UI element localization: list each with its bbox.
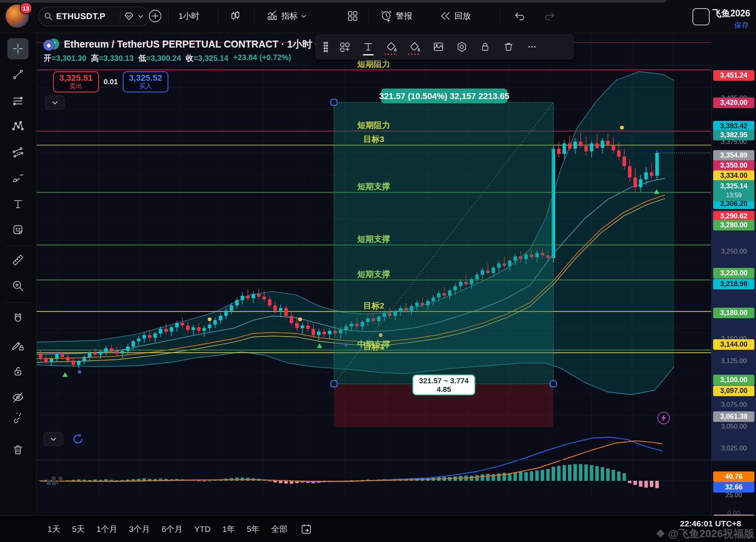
candle-body	[99, 352, 102, 354]
tool-lock-all-drawings[interactable]	[7, 360, 28, 381]
ellipsis-icon	[526, 41, 537, 52]
pane-divider[interactable]	[36, 460, 756, 461]
collapse-trade-panel-button[interactable]	[45, 96, 65, 110]
signal-dot-blue	[78, 370, 81, 374]
candle-body	[317, 331, 321, 335]
template-button[interactable]	[333, 36, 357, 57]
sell-button[interactable]: 3,325.51卖出	[53, 71, 99, 92]
background-color-button[interactable]	[403, 36, 427, 57]
tool-magnet[interactable]	[7, 308, 28, 329]
histogram-bar	[617, 471, 621, 481]
price-tick-label: 3,050.00	[712, 423, 756, 430]
range-button[interactable]: 3个月	[124, 521, 155, 538]
price-axis-badge: 3,334.00	[713, 170, 754, 181]
buy-button[interactable]: 3,325.52买入	[123, 71, 169, 92]
symbol-search[interactable]: ETHUSDT.P	[38, 7, 150, 26]
layout-grid-button[interactable]	[344, 6, 362, 26]
avatar[interactable]: 13	[5, 4, 29, 28]
range-button[interactable]: 5年	[242, 521, 264, 538]
image-button[interactable]	[427, 36, 450, 57]
price-tick-label: 3,075.00	[712, 401, 756, 409]
lock-drawing-button[interactable]	[473, 36, 497, 57]
selection-handle[interactable]	[331, 381, 337, 387]
save-layout-button[interactable]: 保存	[734, 20, 749, 30]
price-axis-badge: 3,382.95	[713, 130, 754, 140]
undo-button[interactable]	[510, 6, 528, 26]
tool-hide-all-drawings[interactable]	[7, 387, 28, 408]
candle-body	[121, 351, 124, 354]
tool-brush[interactable]	[7, 168, 28, 189]
tool-crosshair[interactable]	[7, 38, 28, 59]
tool-drawing-sync-lock[interactable]	[7, 335, 28, 356]
selection-handle[interactable]	[550, 381, 556, 387]
chevron-down-icon	[50, 436, 57, 443]
range-button[interactable]: 5天	[67, 521, 90, 538]
clock[interactable]: 22:46:01 UTC+8	[680, 519, 741, 528]
histogram-bar	[655, 481, 659, 488]
range-button[interactable]: 全部	[267, 521, 292, 538]
chevron-down-icon[interactable]	[138, 13, 144, 19]
diamond-badge-icon[interactable]	[124, 11, 134, 21]
level-label: 短期阻力	[357, 120, 390, 129]
tool-trend-line[interactable]	[7, 64, 28, 85]
range-button[interactable]: 1年	[217, 521, 240, 538]
tool-text[interactable]	[7, 193, 28, 214]
indicator-axis-badge: 40.76	[713, 471, 754, 482]
candle-body	[61, 354, 64, 357]
hide-eye-icon	[12, 391, 24, 404]
tool-remove-drawings[interactable]	[7, 439, 28, 460]
tool-ruler[interactable]	[7, 250, 28, 271]
range-button[interactable]: 1个月	[92, 521, 122, 538]
alert-button[interactable]: 警报	[377, 6, 415, 26]
range-button[interactable]: 6个月	[157, 521, 187, 538]
indicators-button[interactable]: 指标	[263, 6, 310, 26]
rewind-icon	[440, 10, 451, 22]
more-options-button[interactable]	[520, 36, 544, 57]
candle-body	[159, 329, 163, 333]
price-axis[interactable]: 3,425.003,375.003,250.003,225.003,150.00…	[712, 66, 756, 542]
chart-stage: 短期阻力短期阻力目标3短期支撑短期支撑短期支撑目标2中期支撑目标1321.57 …	[0, 33, 756, 542]
tool-xabcd-pattern[interactable]	[7, 115, 28, 136]
candle-body	[104, 348, 108, 352]
symbol-title[interactable]: ₮ ◆ Ethereum / TetherUS PERPETUAL CONTRA…	[43, 38, 318, 51]
histogram-bar	[475, 475, 479, 481]
tool-parallel-channel[interactable]	[7, 142, 28, 163]
selection-handle[interactable]	[331, 99, 337, 105]
histogram-bar	[77, 480, 81, 481]
chart-style-button[interactable]	[227, 6, 244, 26]
range-button[interactable]: YTD	[189, 521, 215, 537]
text-color-button[interactable]	[380, 36, 403, 57]
tool-fib-retracement[interactable]	[7, 90, 28, 112]
layout-name[interactable]: 飞鱼2026	[712, 7, 756, 19]
redo-button[interactable]	[541, 6, 559, 26]
histogram-bar	[574, 464, 577, 481]
settings-button[interactable]	[450, 36, 473, 57]
go-to-date-icon[interactable]	[300, 523, 312, 535]
symbol-logo: ₮ ◆	[43, 39, 60, 50]
fullscreen-toggle[interactable]	[692, 8, 710, 25]
candle-body	[197, 327, 201, 331]
candle-body	[290, 316, 293, 323]
candle-body	[563, 143, 566, 154]
trend-line-icon	[12, 69, 24, 80]
indicator-pane[interactable]	[36, 427, 711, 496]
toolbar-drag-handle[interactable]	[318, 36, 333, 57]
candle-body	[306, 326, 310, 329]
tool-sticker[interactable]	[7, 219, 28, 240]
tool-link-drawings[interactable]	[7, 409, 28, 430]
candle-body	[126, 347, 130, 351]
candle-body	[323, 331, 326, 334]
refresh-indicator-icon[interactable]	[72, 433, 84, 445]
interval-button[interactable]: 1小时	[175, 6, 203, 26]
replay-button[interactable]: 回放	[436, 6, 474, 26]
add-symbol-button[interactable]	[145, 6, 165, 26]
paint-bucket-icon	[409, 41, 421, 53]
collapse-indicator-button[interactable]	[44, 432, 63, 446]
symbol-input[interactable]: ETHUSDT.P	[56, 11, 106, 21]
candle-body	[585, 146, 588, 151]
delete-drawing-button[interactable]	[497, 36, 520, 57]
text-style-button[interactable]	[357, 36, 380, 57]
tool-zoom-in[interactable]	[7, 275, 28, 296]
ohlc-row: 开=3,301.30 高=3,330.13 低=3,300.24 收=3,325…	[44, 53, 291, 64]
range-button[interactable]: 1天	[43, 521, 65, 538]
